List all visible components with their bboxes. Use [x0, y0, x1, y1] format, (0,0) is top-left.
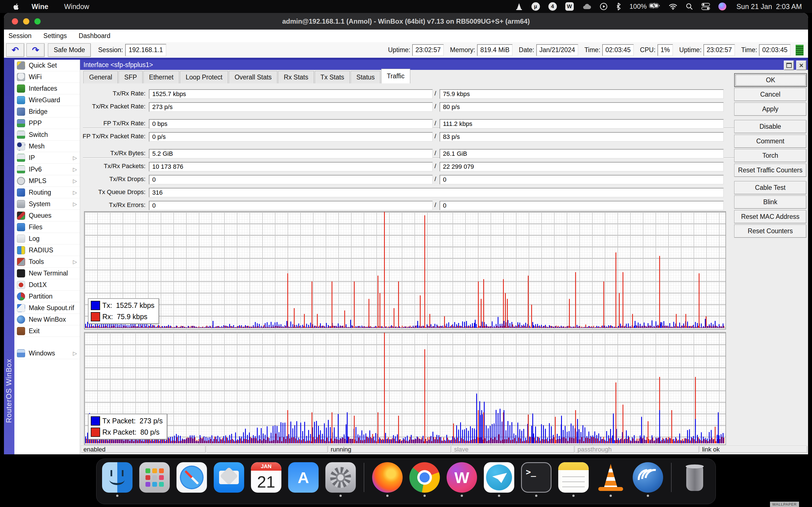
session-input[interactable]: 192.168.1.1	[125, 44, 166, 56]
tab-tx-stats[interactable]: Tx Stats	[315, 71, 350, 83]
sidebar-item-ipv6[interactable]: IPv6▷	[14, 164, 80, 175]
field-value-right-0[interactable]: 75.9 kbps	[440, 89, 724, 99]
field-value-right-5[interactable]: 22 299 079	[440, 162, 724, 172]
tab-ethernet[interactable]: Ethernet	[144, 71, 179, 83]
sidebar-item-quick-set[interactable]: Quick Set	[14, 60, 80, 71]
close-button[interactable]: ×	[796, 61, 806, 70]
sidebar-item-exit[interactable]: Exit	[14, 325, 80, 337]
dock-finder[interactable]	[102, 462, 133, 497]
apply-button[interactable]: Apply	[734, 103, 806, 116]
field-value-right-3[interactable]: 83 p/s	[440, 132, 724, 142]
field-value-right-8[interactable]: 0	[440, 201, 724, 210]
field-value-right-2[interactable]: 111.2 kbps	[440, 119, 724, 129]
sidebar-item-mesh[interactable]: Mesh	[14, 140, 80, 152]
play-icon[interactable]	[600, 2, 608, 11]
sidebar-item-wifi[interactable]: WiFi	[14, 71, 80, 83]
wifi-icon[interactable]	[669, 2, 677, 11]
menubar-clock[interactable]: Sun 21 Jan 2:03 AM	[737, 3, 802, 11]
tab-status[interactable]: Status	[351, 71, 380, 83]
cloud-icon[interactable]	[582, 2, 591, 11]
control-center-icon[interactable]	[702, 2, 710, 11]
w-app-icon[interactable]: W	[565, 2, 574, 11]
sidebar-item-make-supout-rif[interactable]: Make Supout.rif	[14, 302, 80, 314]
tab-sfp[interactable]: SFP	[119, 71, 143, 83]
sidebar-item-wireguard[interactable]: WireGuard	[14, 94, 80, 106]
field-value-left-5[interactable]: 10 173 876	[149, 162, 433, 172]
tab-rx-stats[interactable]: Rx Stats	[278, 71, 314, 83]
sidebar-item-log[interactable]: Log	[14, 233, 80, 244]
sidebar-item-queues[interactable]: Queues	[14, 210, 80, 221]
reset-mac-address-button[interactable]: Reset MAC Address	[734, 210, 806, 223]
search-icon[interactable]	[686, 2, 693, 11]
field-value-right-4[interactable]: 26.1 GiB	[440, 149, 724, 159]
dock-winbox[interactable]	[633, 462, 663, 497]
tab-general[interactable]: General	[84, 71, 118, 83]
sidebar-item-routing[interactable]: Routing▷	[14, 187, 80, 198]
sidebar-item-mpls[interactable]: MPLS▷	[14, 175, 80, 187]
battery-icon[interactable]: 100%	[629, 2, 660, 11]
dock-wps[interactable]: W	[447, 462, 477, 497]
dock-firefox[interactable]	[372, 462, 403, 497]
sidebar-item-ip[interactable]: IP▷	[14, 152, 80, 164]
undo-button[interactable]: ↶	[6, 43, 24, 57]
torch-button[interactable]: Torch	[734, 149, 806, 162]
sidebar-item-radius[interactable]: RADIUS	[14, 244, 80, 256]
safe-mode-button[interactable]: Safe Mode	[48, 43, 91, 57]
dock-chrome[interactable]	[409, 462, 440, 497]
restore-button[interactable]	[784, 61, 794, 70]
blink-button[interactable]: Blink	[734, 195, 806, 209]
menu-settings[interactable]: Settings	[43, 32, 67, 40]
sidebar-item-system[interactable]: System▷	[14, 198, 80, 210]
sidebar-item-switch[interactable]: Switch	[14, 129, 80, 140]
cancel-button[interactable]: Cancel	[734, 88, 806, 101]
reset-traffic-counters-button[interactable]: Reset Traffic Counters	[734, 164, 806, 177]
badge-4-icon[interactable]: 4	[548, 2, 557, 11]
dock-terminal[interactable]: >_	[521, 462, 552, 497]
sidebar-item-interfaces[interactable]: Interfaces	[14, 83, 80, 94]
redo-button[interactable]: ↷	[27, 43, 45, 57]
sidebar-item-tools[interactable]: Tools▷	[14, 256, 80, 268]
field-value-left-4[interactable]: 5.2 GiB	[149, 149, 433, 159]
field-value-left-6[interactable]: 0	[149, 175, 433, 184]
tab-traffic[interactable]: Traffic	[381, 69, 410, 83]
siri-icon[interactable]	[718, 2, 726, 11]
sidebar-item-dot1x[interactable]: Dot1X	[14, 279, 80, 291]
field-value-left-0[interactable]: 1525.7 kbps	[149, 89, 433, 99]
field-value-right-6[interactable]: 0	[440, 175, 724, 184]
tab-overall-stats[interactable]: Overall Stats	[229, 71, 277, 83]
field-value-left-2[interactable]: 0 bps	[149, 119, 433, 129]
dock-appstore[interactable]: A	[288, 462, 319, 497]
disable-button[interactable]: Disable	[734, 120, 806, 133]
reset-counters-button[interactable]: Reset Counters	[734, 224, 806, 238]
cable-test-button[interactable]: Cable Test	[734, 181, 806, 194]
dock-settings[interactable]	[325, 462, 356, 497]
dock-calendar[interactable]: JAN21	[251, 462, 282, 497]
dock-safari[interactable]	[176, 462, 207, 497]
sidebar-item-ppp[interactable]: PPP	[14, 117, 80, 129]
tab-loop-protect[interactable]: Loop Protect	[180, 71, 228, 83]
sidebar-item-windows[interactable]: Windows▷	[14, 348, 80, 359]
sidebar-item-bridge[interactable]: Bridge	[14, 106, 80, 117]
menu-session[interactable]: Session	[8, 32, 32, 40]
ok-button[interactable]: OK	[734, 73, 807, 87]
field-value-left-1[interactable]: 273 p/s	[149, 102, 433, 112]
field-value-right-1[interactable]: 80 p/s	[440, 102, 724, 112]
dock-telegram[interactable]	[484, 462, 514, 497]
bluetooth-icon[interactable]	[616, 2, 621, 11]
dock-launchpad[interactable]	[139, 462, 170, 497]
sidebar-item-partition[interactable]: Partition	[14, 291, 80, 302]
dock-trash[interactable]	[679, 462, 710, 497]
dock-mail[interactable]	[214, 462, 244, 497]
sidebar-item-new-terminal[interactable]: New Terminal	[14, 268, 80, 279]
field-value-left-8[interactable]: 0	[149, 201, 433, 210]
dock-notes[interactable]	[558, 462, 589, 497]
utorrent-icon[interactable]: µ	[531, 2, 540, 11]
field-value-left-3[interactable]: 0 p/s	[149, 132, 433, 142]
menu-wine[interactable]: Wine	[32, 3, 49, 11]
apple-menu-icon[interactable]	[12, 2, 21, 11]
menu-dashboard[interactable]: Dashboard	[79, 32, 110, 40]
field-value-left-7[interactable]: 316	[149, 188, 724, 198]
comment-button[interactable]: Comment	[734, 135, 806, 148]
vlc-icon[interactable]	[515, 2, 523, 11]
sidebar-item-new-winbox[interactable]: New WinBox	[14, 314, 80, 325]
